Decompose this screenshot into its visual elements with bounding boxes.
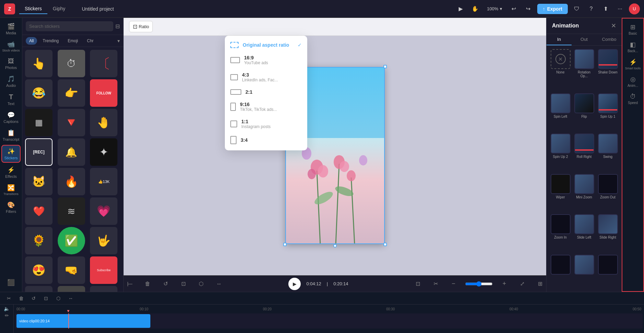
tab-trending[interactable]: Trending (39, 37, 62, 45)
filter-icon[interactable]: ⊟ (115, 23, 120, 30)
resize-handle-bottom[interactable] (333, 244, 337, 248)
anim-item-more1[interactable] (550, 255, 571, 289)
right-sidebar-item-smart-tools[interactable]: ⚡ Smart tools (623, 56, 643, 72)
anim-item-none[interactable]: ✕ None (550, 49, 571, 91)
sticker-bell[interactable]: 🔔 (58, 138, 85, 166)
timeline-align-btn[interactable]: ↔ (66, 294, 76, 303)
zoom-in-timeline-icon[interactable]: + (498, 278, 510, 290)
anim-item-slide-right[interactable]: Slide Right (597, 214, 618, 252)
anim-item-spin-up-1[interactable]: Spin Up 1 (597, 93, 618, 131)
sticker-pointing-finger[interactable]: 🤜 (58, 256, 85, 284)
anim-item-zoom-in[interactable]: Zoom In (550, 214, 571, 252)
tab-chr[interactable]: Chr (83, 37, 97, 45)
sticker-hearts[interactable]: ❤️ (25, 197, 53, 225)
anim-item-roll-right[interactable]: Roll Right (574, 134, 595, 171)
fullscreen-icon[interactable]: ⊞ (534, 278, 546, 290)
edit-icon[interactable]: ✏ (5, 313, 9, 318)
sidebar-item-photos[interactable]: 🖼 Photos (1, 56, 21, 72)
sticker-laughing[interactable]: 😂 (25, 79, 53, 107)
redo-button[interactable]: ↪ (523, 3, 534, 14)
flip-icon[interactable]: ⬡ (195, 278, 207, 290)
crop-icon[interactable]: ⊡ (177, 278, 189, 290)
anim-item-wiper[interactable]: Wiper (550, 174, 571, 212)
resize-handle-bl[interactable] (283, 243, 287, 246)
sticker-subscribe[interactable]: Subscribe (90, 256, 117, 284)
timeline-playhead[interactable] (68, 313, 69, 329)
sticker-follow[interactable]: FOLLOW (90, 79, 117, 107)
timeline-crop-btn[interactable]: ⊡ (41, 294, 51, 303)
sticker-heart-hands[interactable]: 🤟 (90, 227, 117, 254)
sticker-timer[interactable]: ⏱ (58, 50, 85, 77)
search-input[interactable] (26, 21, 113, 31)
sidebar-item-media[interactable]: 🎬 Media (1, 21, 21, 37)
ratio-option-2-1[interactable]: 2:1 (225, 86, 307, 98)
sticker-hand-stop[interactable]: 🤚 (90, 109, 117, 136)
anim-item-more3[interactable] (597, 255, 618, 289)
right-sidebar-item-speed[interactable]: ⏱ Speed (623, 91, 643, 107)
zoom-out-timeline-icon[interactable]: − (447, 278, 460, 290)
loop-icon[interactable]: ↺ (159, 278, 172, 290)
sidebar-item-captions[interactable]: 💬 Captions (1, 109, 21, 126)
sticker-check[interactable]: ✅ (58, 227, 85, 254)
tab-giphy[interactable]: Giphy (47, 4, 71, 14)
timeline-track[interactable]: video clip 00:20:14 (15, 313, 643, 329)
anim-tab-in[interactable]: In (547, 34, 572, 45)
help-button[interactable]: ? (586, 3, 597, 14)
ratio-dropdown[interactable]: ⊡ Ratio (129, 21, 153, 32)
undo-button[interactable]: ↩ (508, 3, 519, 14)
anim-item-spin-left[interactable]: Spin Left (550, 93, 571, 131)
sticker-pointing-right[interactable]: 👉 (58, 79, 85, 107)
right-sidebar-item-anim[interactable]: ◎ Anim... (623, 73, 643, 90)
sticker-hand-pointer[interactable]: 👆 (25, 50, 53, 77)
sticker-waveform[interactable]: ≋ (58, 197, 85, 225)
sticker-heart-pink[interactable]: 💗 (90, 197, 117, 225)
resize-handle-br[interactable] (383, 243, 387, 246)
sidebar-item-transcript[interactable]: 📋 Transcript (1, 127, 21, 143)
sticker-thumbs-like[interactable]: 👍13K (90, 168, 117, 195)
timeline-loop-btn[interactable]: ↺ (29, 294, 38, 303)
canvas-main[interactable] (124, 36, 546, 275)
tab-all[interactable]: All (26, 37, 37, 45)
export-button[interactable]: ↑ Export (537, 4, 568, 14)
ratio-option-16-9[interactable]: 16:9 YouTube ads (225, 51, 307, 69)
zoom-slider[interactable] (465, 281, 493, 287)
play-pause-button[interactable]: ▶ (288, 278, 301, 290)
align-icon[interactable]: ↔ (213, 278, 225, 290)
hand-tool-button[interactable]: ✋ (470, 3, 481, 14)
shield-icon-button[interactable]: 🛡 (571, 3, 582, 14)
sticker-red-arrow[interactable]: 🔻 (58, 109, 85, 136)
tab-stickers[interactable]: Stickers (19, 4, 47, 14)
animation-close-button[interactable]: ✕ (611, 22, 616, 30)
ratio-option-original[interactable]: Original aspect ratio ✓ (225, 38, 307, 51)
anim-item-shake-down[interactable]: Shake Down (597, 49, 618, 91)
sidebar-item-text[interactable]: T Text (1, 91, 21, 108)
anim-item-mini-zoom[interactable]: Mini Zoom (574, 174, 595, 212)
tab-emoji[interactable]: Emoji (64, 37, 81, 45)
timeline-main[interactable]: 00:00 00:10 00:20 00:30 00:40 00:50 vide… (14, 305, 644, 333)
timeline-cut-icon[interactable]: ✂ (429, 278, 442, 290)
sticker-grid-pattern[interactable]: ▦ (25, 109, 53, 136)
sidebar-item-transitions[interactable]: 🔀 Transitions (1, 182, 21, 198)
timeline-delete-btn[interactable]: 🗑 (16, 294, 26, 303)
sticker-cat[interactable]: 🐱 (25, 168, 53, 195)
play-button[interactable]: ▶ (455, 3, 466, 14)
anim-tab-out[interactable]: Out (572, 34, 597, 45)
anim-item-more2[interactable] (574, 255, 595, 289)
delete-icon[interactable]: 🗑 (141, 278, 154, 290)
resize-handle-tr[interactable] (383, 65, 387, 68)
ratio-option-3-4[interactable]: 3:4 (225, 133, 307, 148)
timeline-clip[interactable]: video clip 00:20:14 (16, 314, 150, 328)
timeline-scissors-btn[interactable]: ✂ (4, 294, 14, 303)
sidebar-item-audio[interactable]: 🎵 Audio (1, 73, 21, 90)
right-sidebar-item-back[interactable]: ◧ Back... (623, 39, 643, 55)
anim-item-flip[interactable]: Flip (574, 93, 595, 131)
sticker-rec2[interactable]: REC (90, 286, 117, 292)
right-sidebar-item-basic[interactable]: ⊞ Basic (623, 21, 643, 37)
sticker-pixel[interactable]: ▦ (58, 286, 85, 292)
volume-icon[interactable]: 🔈 (4, 306, 10, 311)
more-tabs-icon[interactable]: ▾ (117, 38, 120, 44)
sticker-red-arc[interactable]: 〔 (90, 50, 117, 77)
sidebar-item-stock-videos[interactable]: 📹 Stock videos (1, 38, 21, 54)
sticker-fire[interactable]: 🔥 (58, 168, 85, 195)
sidebar-item-stickers[interactable]: ✨ Stickers (1, 145, 21, 163)
